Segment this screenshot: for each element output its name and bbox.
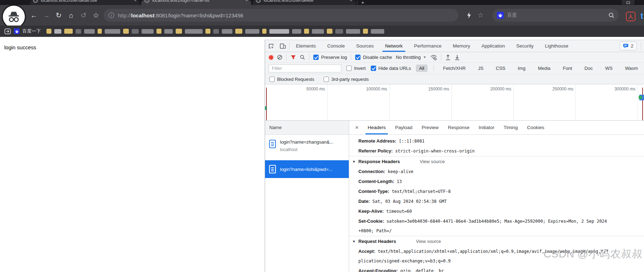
blurred-bookmark[interactable]	[123, 29, 129, 34]
resource-type-filter[interactable]: Media	[535, 65, 554, 72]
blurred-bookmark[interactable]	[98, 29, 102, 34]
blurred-bookmark[interactable]	[132, 29, 139, 34]
browser-tab[interactable]: localhost:8081/user/detail.use×	[30, 0, 140, 5]
issues-badge[interactable]: 2	[620, 41, 637, 50]
devtools-tab-performance[interactable]: Performance	[408, 40, 447, 52]
blurred-bookmark[interactable]	[185, 29, 203, 34]
baidu-bookmark-icon[interactable]	[14, 28, 20, 34]
disable-cache-checkbox[interactable]: Disable cache	[355, 55, 392, 60]
import-har-icon[interactable]	[445, 55, 451, 60]
tab-close-icon[interactable]: ×	[134, 0, 137, 2]
view-source-link[interactable]: View source	[416, 239, 441, 244]
browser-tab[interactable]: localhost:8081/login?name=lis×	[141, 0, 251, 5]
details-tab-initiator[interactable]: Initiator	[474, 121, 499, 134]
blurred-bookmark[interactable]	[304, 29, 309, 34]
blurred-bookmark[interactable]	[312, 29, 324, 34]
forward-button[interactable]: →	[41, 9, 52, 22]
incognito-avatar[interactable]	[3, 6, 25, 28]
home-button[interactable]: ⌂	[66, 9, 77, 22]
tab-close-icon[interactable]: ×	[245, 0, 248, 2]
devtools-tab-application[interactable]: Application	[476, 40, 511, 52]
resource-type-filter[interactable]: Fetch/XHR	[440, 65, 469, 72]
record-icon[interactable]	[269, 55, 273, 60]
devtools-tab-memory[interactable]: Memory	[447, 40, 476, 52]
window-control[interactable]	[622, 0, 634, 5]
blurred-bookmark[interactable]	[222, 29, 232, 34]
blurred-bookmark[interactable]	[46, 29, 51, 34]
devtools-tab-security[interactable]: Security	[511, 40, 539, 52]
blurred-bookmark[interactable]	[346, 29, 360, 34]
blurred-bookmark[interactable]	[156, 29, 161, 34]
device-toolbar-icon[interactable]	[277, 40, 288, 52]
details-tab-payload[interactable]: Payload	[390, 121, 417, 134]
blurred-bookmark[interactable]	[235, 29, 242, 34]
details-tab-headers[interactable]: Headers	[363, 121, 390, 134]
devtools-tab-sources[interactable]: Sources	[351, 40, 380, 52]
details-tab-response[interactable]: Response	[443, 121, 474, 134]
resource-type-filter[interactable]: Font	[560, 65, 575, 72]
blurred-bookmark[interactable]	[327, 29, 332, 34]
blurred-bookmark[interactable]	[105, 29, 120, 34]
export-har-icon[interactable]	[455, 55, 460, 60]
preserve-log-checkbox[interactable]: Preserve log	[313, 55, 347, 60]
request-row[interactable]: login?name=zhangsan&... localhost	[265, 135, 349, 160]
blurred-bookmark[interactable]	[64, 29, 73, 34]
resource-type-filter[interactable]: Doc	[581, 65, 596, 72]
blurred-bookmark[interactable]	[205, 29, 210, 34]
details-tab-preview[interactable]: Preview	[417, 121, 443, 134]
invert-checkbox[interactable]: Invert	[346, 66, 366, 71]
extension-t-icon[interactable]: t	[640, 11, 643, 21]
blurred-bookmark[interactable]	[213, 29, 219, 34]
resource-type-filter[interactable]: Wasm	[622, 65, 641, 72]
search-icon[interactable]	[609, 12, 615, 18]
baidu-search-box[interactable]: 百度	[492, 9, 619, 22]
back-button[interactable]: ←	[28, 9, 39, 22]
response-headers-section[interactable]: ▼ Response Headers View source	[349, 156, 644, 167]
devtools-tab-lighthouse[interactable]: Lighthouse	[539, 40, 574, 52]
requests-column-header[interactable]: Name	[265, 121, 349, 135]
flash-icon[interactable]	[467, 12, 471, 20]
resource-type-filter[interactable]: JS	[475, 65, 486, 72]
network-overview-timeline[interactable]: 50000 ms100000 ms150000 ms200000 ms25000…	[265, 84, 644, 121]
favorite-star-icon[interactable]: ☆	[478, 9, 484, 22]
close-icon[interactable]: ×	[351, 121, 363, 134]
blurred-bookmark[interactable]	[269, 29, 289, 34]
inspect-element-icon[interactable]	[265, 40, 277, 52]
tab-close-icon[interactable]: ×	[349, 0, 352, 2]
reload-button[interactable]: ↻	[53, 9, 64, 22]
blurred-bookmark[interactable]	[245, 29, 259, 34]
bookmark-baidu-label[interactable]: 百度一下	[22, 28, 41, 34]
resource-type-filter[interactable]: All	[416, 65, 427, 72]
details-tab-timing[interactable]: Timing	[499, 121, 522, 134]
acrobat-extension-icon[interactable]: 人	[626, 12, 635, 21]
resource-type-filter[interactable]: CSS	[493, 65, 509, 72]
blurred-bookmark[interactable]	[176, 29, 182, 34]
site-info-icon[interactable]: i	[109, 12, 114, 18]
blurred-bookmark[interactable]	[142, 29, 154, 34]
view-source-link[interactable]: View source	[420, 159, 445, 164]
restore-button[interactable]: ↺	[78, 9, 89, 22]
blurred-bookmark[interactable]	[292, 29, 301, 34]
clear-icon[interactable]	[277, 55, 282, 60]
browser-tab[interactable]: localhost:8081/user/delete×	[253, 0, 356, 5]
request-row-selected[interactable]: login?name=lishi&pwd=...	[265, 160, 349, 178]
blurred-bookmark[interactable]	[363, 29, 368, 34]
resource-type-filter[interactable]: WS	[602, 65, 616, 72]
throttling-dropdown[interactable]: No throttling▼	[396, 55, 426, 60]
filter-icon[interactable]	[291, 55, 296, 60]
side-panel-icon[interactable]	[4, 28, 11, 35]
blurred-bookmark[interactable]	[84, 29, 95, 34]
bookmark-star-button[interactable]: ☆	[90, 9, 101, 22]
hide-data-urls-checkbox[interactable]: Hide data URLs	[371, 66, 411, 71]
network-conditions-icon[interactable]	[430, 54, 437, 60]
blurred-bookmark[interactable]	[262, 29, 266, 34]
blurred-bookmark[interactable]	[76, 29, 81, 34]
address-bar[interactable]: i http://localhost:8081/login?name=lishi…	[104, 9, 458, 22]
url-text[interactable]: http://localhost:8081/login?name=lishi&p…	[118, 12, 243, 18]
details-tab-cookies[interactable]: Cookies	[522, 121, 549, 134]
devtools-tab-network[interactable]: Network	[379, 40, 408, 52]
blocked-requests-checkbox[interactable]: Blocked Requests	[269, 77, 314, 82]
devtools-tab-elements[interactable]: Elements	[290, 40, 321, 52]
blurred-bookmark[interactable]	[164, 29, 173, 34]
filter-input[interactable]	[269, 65, 341, 72]
